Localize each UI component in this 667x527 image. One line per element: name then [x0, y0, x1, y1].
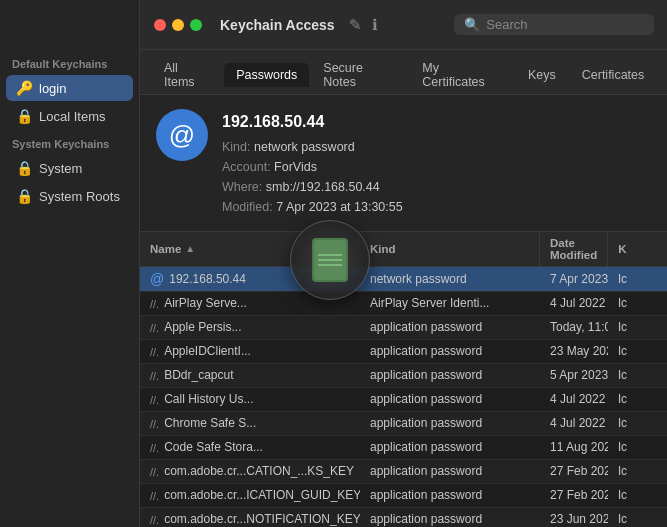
cell-name: @ 192.168.50.44 [140, 267, 360, 291]
cell-name-text: 192.168.50.44 [169, 272, 246, 286]
cell-k: lc [608, 364, 667, 387]
cell-kind: application password [360, 340, 540, 363]
search-bar[interactable]: 🔍 [454, 14, 654, 35]
cell-k: lc [608, 484, 667, 507]
table-row[interactable]: @ 192.168.50.44 network password 7 Apr 2… [140, 267, 667, 292]
close-button[interactable] [154, 19, 166, 31]
table-row[interactable]: //. com.adobe.cr...CATION_...KS_KEY appl… [140, 460, 667, 484]
col-kind: Kind [360, 232, 540, 266]
cell-k: lc [608, 436, 667, 459]
cell-kind: application password [360, 388, 540, 411]
cell-name-text: com.adobe.cr...NOTIFICATION_KEY [164, 512, 360, 526]
cell-name: //. Code Safe Stora... [140, 436, 360, 459]
cell-kind: AirPlay Server Identi... [360, 292, 540, 315]
sidebar-item-login[interactable]: 🔑 login [6, 75, 133, 101]
tab-all-items[interactable]: All Items [152, 56, 222, 94]
edit-icon[interactable]: ✎ [349, 16, 362, 34]
table-row[interactable]: //. Call History Us... application passw… [140, 388, 667, 412]
row-icon: //. [150, 392, 159, 407]
detail-kind: Kind: network password [222, 137, 403, 157]
cell-k: lc [608, 412, 667, 435]
cell-date: 23 May 2023 at 15:20:02 [540, 340, 608, 363]
cell-date: 27 Feb 2023 at 12:56:35 [540, 460, 608, 483]
cell-k: lc [608, 340, 667, 363]
titlebar: Keychain Access ✎ ℹ 🔍 [140, 0, 667, 50]
default-keychains-label: Default Keychains [0, 50, 139, 74]
table-body: @ 192.168.50.44 network password 7 Apr 2… [140, 267, 667, 527]
minimize-button[interactable] [172, 19, 184, 31]
row-icon: //. [150, 296, 159, 311]
cell-name: //. com.adobe.cr...NOTIFICATION_KEY [140, 508, 360, 527]
sidebar-item-system-label: System [39, 161, 82, 176]
table-row[interactable]: //. Apple Persis... application password… [140, 316, 667, 340]
cell-date: 23 Jun 2023 at 21:31:05 [540, 508, 608, 527]
table-header: Name ▲ Kind Date Modified K [140, 232, 667, 267]
lock-icon-roots: 🔒 [16, 188, 32, 204]
cell-date: 4 Jul 2022 at 10:44:04 [540, 292, 608, 315]
detail-icon: @ [156, 109, 208, 161]
cell-name-text: com.adobe.cr...ICATION_GUID_KEY [164, 488, 360, 502]
table-row[interactable]: //. AirPlay Serve... AirPlay Server Iden… [140, 292, 667, 316]
key-icon: 🔑 [16, 80, 32, 96]
sidebar-item-local-items[interactable]: 🔒 Local Items [6, 103, 133, 129]
cell-date: 4 Jul 2022 at 15:22:24 [540, 412, 608, 435]
detail-account: Account: ForVids [222, 157, 403, 177]
cell-kind: application password [360, 316, 540, 339]
sort-arrow-name: ▲ [185, 243, 195, 254]
cell-k: lc [608, 316, 667, 339]
window-title: Keychain Access [220, 17, 335, 33]
traffic-lights [154, 19, 202, 31]
cell-k: lc [608, 267, 667, 291]
row-icon: //. [150, 368, 159, 383]
cell-date: 4 Jul 2022 at 10:44:18 [540, 388, 608, 411]
lock-icon-system: 🔒 [16, 160, 32, 176]
table-row[interactable]: //. Chrome Safe S... application passwor… [140, 412, 667, 436]
cell-name-text: AirPlay Serve... [164, 296, 247, 310]
detail-info: 192.168.50.44 Kind: network password Acc… [222, 109, 403, 217]
row-icon: //. [150, 416, 159, 431]
cell-kind: network password [360, 267, 540, 291]
detail-where: Where: smb://192.168.50.44 [222, 177, 403, 197]
maximize-button[interactable] [190, 19, 202, 31]
table-row[interactable]: //. com.adobe.cr...NOTIFICATION_KEY appl… [140, 508, 667, 527]
title-icons: ✎ ℹ [349, 16, 378, 34]
cell-name: //. Call History Us... [140, 388, 360, 411]
tab-my-certificates[interactable]: My Certificates [410, 56, 514, 94]
cell-date: 7 Apr 2023 at 13:30:55 [540, 267, 608, 291]
cell-name: //. Chrome Safe S... [140, 412, 360, 435]
tab-keys[interactable]: Keys [516, 63, 568, 87]
cell-kind: application password [360, 508, 540, 527]
detail-modified: Modified: 7 Apr 2023 at 13:30:55 [222, 197, 403, 217]
lock-icon-local: 🔒 [16, 108, 32, 124]
tab-passwords[interactable]: Passwords [224, 63, 309, 87]
cell-name: //. AirPlay Serve... [140, 292, 360, 315]
table-row[interactable]: //. BDdr_capcut application password 5 A… [140, 364, 667, 388]
cell-name-text: Chrome Safe S... [164, 416, 256, 430]
sidebar: Default Keychains 🔑 login 🔒 Local Items … [0, 0, 140, 527]
row-icon: @ [150, 271, 164, 287]
info-icon[interactable]: ℹ [372, 16, 378, 34]
tab-certificates[interactable]: Certificates [570, 63, 657, 87]
sidebar-item-system-roots[interactable]: 🔒 System Roots [6, 183, 133, 209]
main-content: Keychain Access ✎ ℹ 🔍 All Items Password… [140, 0, 667, 527]
cell-kind: application password [360, 460, 540, 483]
row-icon: //. [150, 440, 159, 455]
table-row[interactable]: //. Code Safe Stora... application passw… [140, 436, 667, 460]
row-icon: //. [150, 344, 159, 359]
cell-name-text: AppleIDClientI... [164, 344, 251, 358]
search-input[interactable] [486, 17, 646, 32]
cell-name-text: com.adobe.cr...CATION_...KS_KEY [164, 464, 354, 478]
cell-kind: application password [360, 436, 540, 459]
sidebar-item-system-roots-label: System Roots [39, 189, 120, 204]
cell-name: //. AppleIDClientI... [140, 340, 360, 363]
table-row[interactable]: //. AppleIDClientI... application passwo… [140, 340, 667, 364]
cell-kind: application password [360, 484, 540, 507]
system-keychains-label: System Keychains [0, 130, 139, 154]
table-container[interactable]: Name ▲ Kind Date Modified K @ 192.168.50… [140, 232, 667, 527]
detail-header: @ 192.168.50.44 Kind: network password A… [140, 95, 667, 232]
col-date: Date Modified [540, 232, 608, 266]
tab-secure-notes[interactable]: Secure Notes [311, 56, 408, 94]
table-row[interactable]: //. com.adobe.cr...ICATION_GUID_KEY appl… [140, 484, 667, 508]
sidebar-item-system[interactable]: 🔒 System [6, 155, 133, 181]
cell-name: //. com.adobe.cr...ICATION_GUID_KEY [140, 484, 360, 507]
